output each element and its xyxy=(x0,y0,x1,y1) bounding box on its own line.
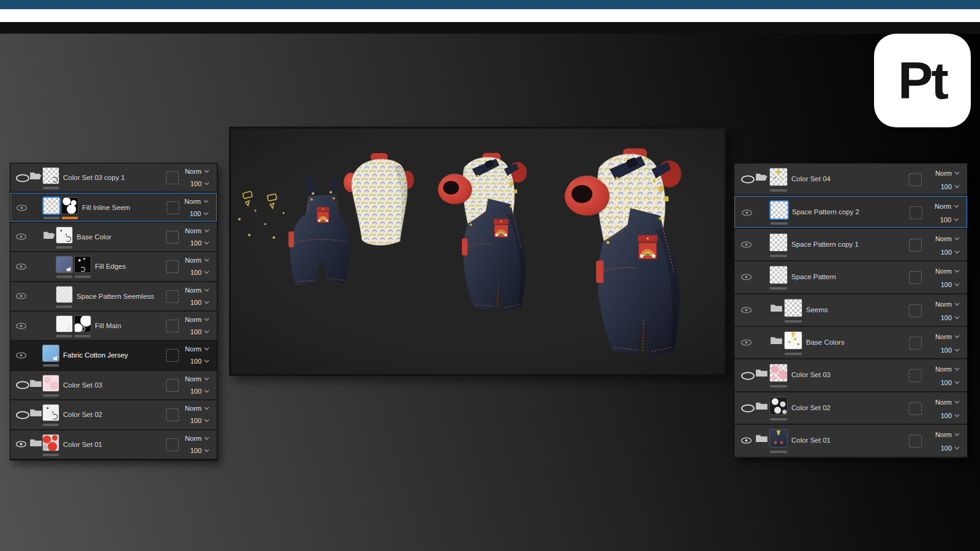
layer-thumbnail[interactable] xyxy=(43,435,59,451)
opacity-select[interactable]: 100 xyxy=(190,357,209,365)
blend-mode-select[interactable]: Norm xyxy=(935,365,960,373)
layer-thumbnail[interactable] xyxy=(770,266,787,283)
layer-thumbnail[interactable] xyxy=(785,332,802,349)
layer-thumbnail[interactable] xyxy=(43,405,59,421)
visibility-eye-icon[interactable] xyxy=(15,323,27,329)
visibility-eye-icon[interactable] xyxy=(15,174,30,182)
effects-drop-area[interactable] xyxy=(166,260,179,273)
layer-thumbnail[interactable] xyxy=(770,168,787,186)
blend-mode-select[interactable]: Norm xyxy=(935,234,960,243)
layer-row[interactable]: Space Pattern copy 2 Norm 100 xyxy=(734,196,967,227)
layer-row[interactable]: Fill Main Norm 100 xyxy=(10,312,217,340)
blend-mode-select[interactable]: Norm xyxy=(185,404,209,413)
layer-mask-thumbnail[interactable] xyxy=(75,316,91,332)
effects-drop-area[interactable] xyxy=(909,402,922,415)
visibility-eye-icon[interactable] xyxy=(741,404,755,413)
opacity-select[interactable]: 100 xyxy=(941,346,960,354)
layer-row[interactable]: Space Pattern copy 1 Norm 100 xyxy=(734,229,967,260)
visibility-eye-icon[interactable] xyxy=(15,293,27,299)
visibility-eye-icon[interactable] xyxy=(16,204,28,211)
effects-drop-area[interactable] xyxy=(166,379,179,392)
effects-drop-area[interactable] xyxy=(909,239,922,252)
blend-mode-select[interactable]: Norm xyxy=(185,434,209,443)
opacity-select[interactable]: 100 xyxy=(941,280,960,289)
blend-mode-select[interactable]: Norm xyxy=(185,227,209,235)
visibility-eye-icon[interactable] xyxy=(15,263,27,270)
effects-drop-area[interactable] xyxy=(909,337,922,350)
blend-mode-select[interactable]: Norm xyxy=(935,332,960,341)
visibility-eye-icon[interactable] xyxy=(741,209,753,216)
blend-mode-select[interactable]: Norm xyxy=(935,202,959,211)
visibility-eye-icon[interactable] xyxy=(15,381,30,389)
effects-drop-area[interactable] xyxy=(909,435,922,448)
layer-thumbnail[interactable] xyxy=(770,234,787,251)
layer-thumbnail[interactable] xyxy=(56,316,72,332)
effects-drop-area[interactable] xyxy=(166,408,179,421)
opacity-select[interactable]: 100 xyxy=(190,298,209,307)
layer-row[interactable]: Color Set 03 copy 1 Norm 100 xyxy=(10,163,217,192)
opacity-select[interactable]: 100 xyxy=(941,313,960,322)
visibility-eye-icon[interactable] xyxy=(15,233,27,240)
effects-drop-area[interactable] xyxy=(166,438,179,451)
opacity-select[interactable]: 100 xyxy=(190,328,209,336)
blend-mode-select[interactable]: Norm xyxy=(185,345,209,353)
blend-mode-select[interactable]: Norm xyxy=(185,256,209,264)
layer-thumbnail[interactable] xyxy=(43,168,59,184)
effects-drop-area[interactable] xyxy=(166,290,179,303)
layer-mask-thumbnail[interactable] xyxy=(75,257,91,272)
effects-drop-area[interactable] xyxy=(910,206,922,219)
layer-thumbnail[interactable] xyxy=(56,227,72,243)
effects-drop-area[interactable] xyxy=(167,201,179,214)
effects-drop-area[interactable] xyxy=(166,349,179,362)
visibility-eye-icon[interactable] xyxy=(741,241,752,248)
opacity-select[interactable]: 100 xyxy=(190,209,209,218)
opacity-select[interactable]: 100 xyxy=(941,248,960,257)
layer-row[interactable]: Color Set 01 Norm 100 xyxy=(10,430,217,459)
visibility-eye-icon[interactable] xyxy=(15,441,27,448)
layer-row[interactable]: Color Set 03 Norm 100 xyxy=(10,371,217,399)
visibility-eye-icon[interactable] xyxy=(15,352,27,359)
visibility-eye-icon[interactable] xyxy=(741,437,752,444)
opacity-select[interactable]: 100 xyxy=(941,378,960,387)
blend-mode-select[interactable]: Norm xyxy=(185,286,209,294)
layer-thumbnail[interactable] xyxy=(56,257,72,272)
blend-mode-select[interactable]: Norm xyxy=(935,430,960,439)
effects-drop-area[interactable] xyxy=(909,369,922,382)
layer-thumbnail[interactable] xyxy=(43,345,59,361)
layers-panel-right[interactable]: Color Set 04 Norm 100 Space Pattern copy… xyxy=(734,163,968,459)
effects-drop-area[interactable] xyxy=(166,231,179,244)
blend-mode-select[interactable]: Norm xyxy=(184,197,209,206)
layer-row[interactable]: Color Set 04 Norm 100 xyxy=(734,163,967,195)
opacity-select[interactable]: 100 xyxy=(190,239,209,247)
layer-thumbnail[interactable] xyxy=(785,299,802,317)
layer-row[interactable]: Fill Edges Norm 100 xyxy=(10,252,217,280)
blend-mode-select[interactable]: Norm xyxy=(185,167,209,176)
layer-thumbnail[interactable] xyxy=(770,364,787,381)
opacity-select[interactable]: 100 xyxy=(190,179,209,188)
opacity-select[interactable]: 100 xyxy=(940,216,959,224)
effects-drop-area[interactable] xyxy=(166,171,179,184)
opacity-select[interactable]: 100 xyxy=(190,446,209,455)
layer-thumbnail[interactable] xyxy=(771,201,788,219)
layer-row[interactable]: Fill Inline Seem Norm 100 xyxy=(10,193,217,221)
layer-thumbnail[interactable] xyxy=(43,375,59,391)
layer-row[interactable]: Color Set 03 Norm 100 xyxy=(734,359,967,391)
layer-thumbnail[interactable] xyxy=(770,397,787,414)
layer-row[interactable]: Color Set 02 Norm 100 xyxy=(10,400,217,429)
visibility-eye-icon[interactable] xyxy=(741,372,755,380)
blend-mode-select[interactable]: Norm xyxy=(935,169,960,178)
effects-drop-area[interactable] xyxy=(166,320,179,332)
layer-row[interactable]: Space Pattern Norm 100 xyxy=(734,261,967,293)
opacity-select[interactable]: 100 xyxy=(190,416,209,425)
visibility-eye-icon[interactable] xyxy=(741,339,752,346)
effects-drop-area[interactable] xyxy=(909,173,922,186)
opacity-select[interactable]: 100 xyxy=(190,268,209,277)
visibility-eye-icon[interactable] xyxy=(741,307,752,313)
visibility-eye-icon[interactable] xyxy=(741,175,755,184)
layers-panel-left[interactable]: Color Set 03 copy 1 Norm 100 Fill Inline… xyxy=(10,163,217,460)
layer-thumbnail[interactable] xyxy=(56,287,72,302)
visibility-eye-icon[interactable] xyxy=(15,411,30,419)
layer-thumbnail[interactable] xyxy=(43,198,59,214)
opacity-select[interactable]: 100 xyxy=(941,182,960,191)
opacity-select[interactable]: 100 xyxy=(941,411,960,420)
